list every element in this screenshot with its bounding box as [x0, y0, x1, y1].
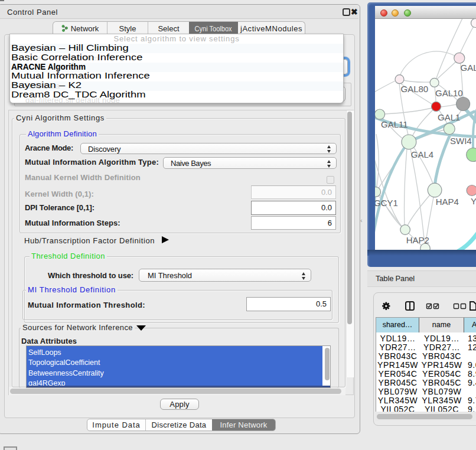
svg-text:GAL1: GAL1: [438, 112, 460, 122]
svg-text:GAL80: GAL80: [401, 84, 429, 94]
svg-text:GAL11: GAL11: [381, 119, 408, 129]
svg-text:YMR05: YMR05: [471, 196, 476, 206]
svg-text:HAP4: HAP4: [436, 197, 459, 207]
svg-text:GAL7: GAL7: [461, 63, 476, 73]
svg-text:GAL10: GAL10: [435, 88, 463, 98]
svg-text:GAL4: GAL4: [411, 149, 433, 159]
svg-text:HAP2: HAP2: [406, 235, 429, 245]
svg-text:GCY1: GCY1: [375, 198, 398, 208]
svg-text:SWI4: SWI4: [450, 136, 472, 146]
